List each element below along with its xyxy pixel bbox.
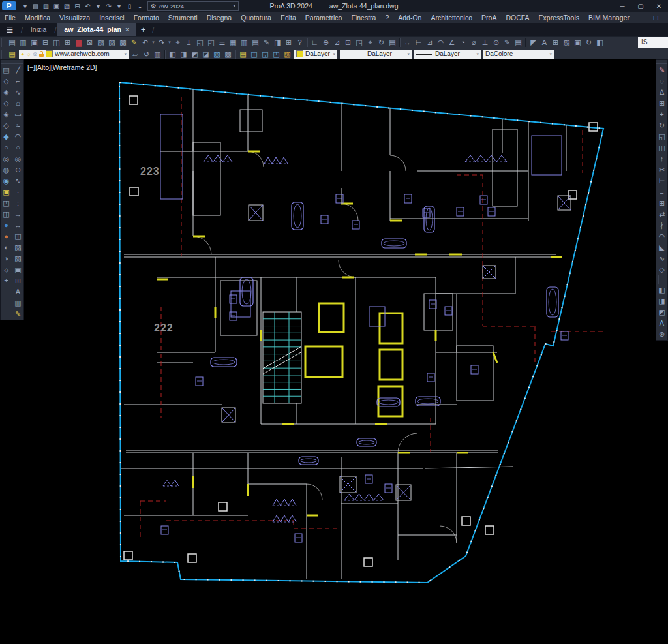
- copy-icon[interactable]: ▧: [95, 37, 106, 48]
- tab-active-document[interactable]: aw_Zlota-44_plan ×: [57, 23, 135, 36]
- break-icon[interactable]: ∤: [656, 220, 667, 231]
- spline-icon[interactable]: ∿: [12, 87, 23, 98]
- profile-selector[interactable]: ⚙ AW-2024 ▾: [147, 1, 239, 11]
- drawing-canvas[interactable]: 223222 [−][Alto][Wireframe 2D] ▤◇◈◇◈◇◆○◎…: [0, 59, 668, 644]
- viewport-controls-label[interactable]: [−][Alto][Wireframe 2D]: [27, 63, 97, 71]
- layer-make-current-icon[interactable]: ▱: [130, 49, 141, 59]
- menu-parametrico[interactable]: Parametrico: [301, 12, 347, 23]
- menu--[interactable]: ?: [380, 12, 393, 23]
- properties-icon[interactable]: ☰: [217, 37, 228, 48]
- paste-special-icon[interactable]: ▩: [117, 37, 129, 48]
- redo-icon[interactable]: ↷: [156, 37, 167, 48]
- purge-3d-icon[interactable]: ⊛: [656, 329, 667, 340]
- menu-finestra[interactable]: Finestra: [346, 12, 380, 23]
- named-views-icon[interactable]: ▤: [1, 65, 12, 76]
- layer-thaw-icon[interactable]: ▧: [211, 49, 222, 59]
- render-ball-blue-icon[interactable]: ●: [1, 220, 12, 231]
- redo-arrow-icon[interactable]: ▾: [167, 37, 172, 48]
- view-iso-icon[interactable]: ◆: [1, 131, 12, 142]
- print-icon[interactable]: ⊟: [72, 1, 82, 11]
- table-icon[interactable]: ⊞: [12, 275, 23, 286]
- maximize-button[interactable]: ▢: [631, 0, 650, 12]
- polygon-icon[interactable]: ⌂: [12, 98, 23, 109]
- ellipse-icon[interactable]: ⊙: [12, 164, 23, 176]
- point-icon[interactable]: ∙: [12, 187, 23, 198]
- render-icon[interactable]: ◨: [272, 37, 283, 48]
- chamfer-icon[interactable]: ◣: [656, 242, 667, 253]
- zoom-window-icon[interactable]: ◱: [194, 37, 205, 48]
- zoom-realtime-icon[interactable]: ±: [183, 37, 194, 48]
- trim-icon[interactable]: ✂: [656, 164, 667, 176]
- pan-icon[interactable]: ⌖: [172, 37, 183, 48]
- layer-match-icon[interactable]: ◰: [271, 49, 282, 59]
- copy-back-icon[interactable]: ◨: [656, 296, 667, 307]
- freehand-icon[interactable]: ∿: [12, 176, 23, 187]
- vs-wireframe-icon[interactable]: ○: [1, 142, 12, 153]
- layer-lock-icon[interactable]: ◫: [249, 49, 260, 59]
- mleader-icon[interactable]: ◤: [528, 37, 539, 48]
- save-as-icon[interactable]: ▨: [62, 1, 72, 11]
- plot-icon[interactable]: ⊞: [62, 37, 73, 48]
- vs-hidden-icon[interactable]: ◎: [1, 153, 12, 164]
- layer-merge-icon[interactable]: ▩: [222, 49, 234, 59]
- ucs-icon[interactable]: ∟: [309, 37, 320, 48]
- divide-icon[interactable]: :: [12, 198, 23, 209]
- dim-ordinate-icon[interactable]: ⊥: [479, 37, 491, 48]
- table-icon[interactable]: ⊞: [550, 37, 561, 48]
- doc-close-button[interactable]: ✕: [663, 12, 668, 23]
- menu-formato[interactable]: Formato: [129, 12, 164, 23]
- toolbar-grip[interactable]: [12, 60, 23, 64]
- color-dropdown[interactable]: DaLayer ▾: [294, 50, 337, 59]
- toolbar-grip[interactable]: [1, 50, 5, 59]
- donut-icon[interactable]: ◎: [12, 153, 23, 164]
- copy-above-icon[interactable]: ◩: [656, 307, 667, 318]
- tab-close-icon[interactable]: ×: [125, 23, 129, 36]
- undo-icon[interactable]: ↶: [83, 1, 93, 11]
- offset-icon[interactable]: ≡: [656, 187, 667, 198]
- rectangle-icon[interactable]: ▭: [12, 109, 23, 120]
- block-icon[interactable]: ◫: [12, 231, 23, 242]
- menu-quotatura[interactable]: Quotatura: [236, 12, 276, 23]
- region-icon[interactable]: ▣: [12, 264, 23, 275]
- update-icon[interactable]: ↻: [583, 37, 594, 48]
- sun-study-icon[interactable]: ☼: [1, 264, 12, 275]
- calculator-icon[interactable]: ⊞: [283, 37, 294, 48]
- hatch-icon[interactable]: ▨: [561, 37, 572, 48]
- designcenter-icon[interactable]: ▦: [228, 37, 239, 48]
- menu-architettonico[interactable]: Architettonico: [426, 12, 477, 23]
- text-edit-icon[interactable]: A: [656, 318, 667, 329]
- layer-off-icon[interactable]: ◩: [189, 49, 200, 59]
- layer-properties-icon[interactable]: ▤: [7, 49, 18, 59]
- dim-diameter-icon[interactable]: ⌀: [468, 37, 479, 48]
- save-icon[interactable]: ▣: [29, 37, 40, 48]
- menu-docfa[interactable]: DOCFA: [501, 12, 534, 23]
- toolbar-search-box[interactable]: IS: [638, 37, 668, 48]
- erase-icon[interactable]: ✎: [656, 65, 667, 76]
- divide-icon[interactable]: ∆: [656, 87, 667, 98]
- menu-proa[interactable]: ProA: [477, 12, 501, 23]
- layer-walk-icon[interactable]: ▨: [282, 49, 293, 59]
- help-icon[interactable]: ?: [294, 37, 305, 48]
- export-pdf-icon[interactable]: ▆: [73, 37, 84, 48]
- menu-disegna[interactable]: Disegna: [202, 12, 237, 23]
- menu-visualizza[interactable]: Visualizza: [55, 12, 95, 23]
- layer-dropdown[interactable]: ● ☼ ⊗ www.archweb.com ▾: [19, 50, 129, 59]
- circle-icon[interactable]: ○: [12, 142, 23, 153]
- menu-strumenti[interactable]: Strumenti: [164, 12, 202, 23]
- doc-maximize-button[interactable]: ▢: [648, 12, 663, 23]
- rotate-icon[interactable]: ↻: [656, 120, 667, 131]
- tab-start[interactable]: Inizia: [24, 23, 53, 36]
- stretch-icon[interactable]: ↕: [656, 153, 667, 164]
- mirror-icon[interactable]: ◫: [656, 142, 667, 153]
- dim-style-icon[interactable]: ▤: [513, 37, 524, 48]
- close-button[interactable]: ✕: [650, 0, 668, 12]
- vs-shaded-icon[interactable]: ◍: [1, 164, 12, 176]
- publish-icon[interactable]: ◧: [594, 37, 605, 48]
- menu-expresstools[interactable]: ExpressTools: [534, 12, 584, 23]
- scale-icon[interactable]: ◱: [656, 131, 667, 142]
- linetype-dropdown[interactable]: DaLayer ▾: [340, 50, 412, 59]
- tool-palettes-icon[interactable]: ▥: [239, 37, 250, 48]
- hamburger-menu-icon[interactable]: ☰: [0, 25, 20, 35]
- dim-arc-icon[interactable]: ◠: [435, 37, 446, 48]
- vs-2d-icon[interactable]: ◫: [1, 209, 12, 220]
